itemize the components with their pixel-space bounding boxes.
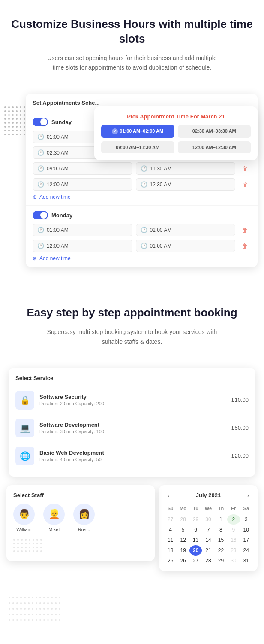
cal-day-1-6[interactable]: 10 <box>240 525 252 535</box>
weekday-Tu: Tu <box>189 504 202 513</box>
services-card: Select Service 🔒 Software Security Durat… <box>9 368 255 477</box>
add-time-sunday[interactable]: ⊕ Add new time <box>33 194 251 200</box>
cal-day-0-3[interactable]: 30 <box>202 514 214 525</box>
end-time-0-3[interactable]: 🕐 12:30 AM <box>136 178 236 191</box>
cal-day-3-1[interactable]: 19 <box>177 545 189 556</box>
cal-day-4-4[interactable]: 29 <box>215 556 227 566</box>
start-time-1-1[interactable]: 🕐 12:00 AM <box>33 240 132 252</box>
toggle-sunday[interactable] <box>33 118 48 126</box>
cal-day-3-2[interactable]: 20 <box>189 545 202 556</box>
calendar-card: ‹ July 2021 › SuMoTuWeThFrSa 27282930123… <box>159 485 258 571</box>
cal-day-2-0[interactable]: 11 <box>164 535 177 545</box>
next-month-button[interactable]: › <box>243 490 252 501</box>
add-time-monday[interactable]: ⊕ Add new time <box>33 255 251 261</box>
time-chip-3[interactable]: 12:00 AM–12:30 AM <box>178 141 251 153</box>
clock-icon-start-0-3: 🕐 <box>37 181 44 188</box>
cal-day-0-6[interactable]: 3 <box>240 514 252 525</box>
cal-day-3-3[interactable]: 21 <box>202 545 214 556</box>
popup-date: March 21 <box>201 113 225 120</box>
cal-day-3-0[interactable]: 18 <box>164 545 177 556</box>
service-price-2: £20.00 <box>231 453 249 459</box>
cal-day-1-2[interactable]: 6 <box>189 525 202 535</box>
clock-icon-start-1-1: 🕐 <box>37 243 44 249</box>
schedule-area: Set Appointments Sche... Pick Appointmen… <box>26 94 258 267</box>
cal-day-0-0[interactable]: 27 <box>164 514 177 525</box>
delete-slot-1-0[interactable]: 🗑 <box>239 224 251 236</box>
clock-icon-start-1-0: 🕐 <box>37 227 44 233</box>
cal-day-4-3[interactable]: 28 <box>202 556 214 566</box>
weekday-Su: Su <box>164 504 177 513</box>
cal-day-3-5[interactable]: 23 <box>227 545 240 556</box>
prev-month-button[interactable]: ‹ <box>164 490 173 501</box>
end-value-0-2: 11:30 AM <box>150 166 172 172</box>
service-item-0[interactable]: 🔒 Software Security Duration: 20 min Cap… <box>15 386 249 414</box>
time-chip-0[interactable]: ✓01:00 AM–02:00 AM <box>101 125 174 138</box>
start-time-0-3[interactable]: 🕐 12:00 AM <box>33 178 132 191</box>
cal-day-1-4[interactable]: 8 <box>215 525 227 535</box>
cal-day-2-4[interactable]: 15 <box>215 535 227 545</box>
weekday-Th: Th <box>215 504 227 513</box>
end-time-0-2[interactable]: 🕐 11:30 AM <box>136 162 236 175</box>
service-item-2[interactable]: 🌐 Basic Web Development Duration: 40 min… <box>15 442 249 470</box>
cal-day-2-5[interactable]: 16 <box>227 535 240 545</box>
end-value-1-0: 02:00 AM <box>150 227 172 233</box>
delete-slot-0-3[interactable]: 🗑 <box>239 179 251 191</box>
start-time-0-2[interactable]: 🕐 09:00 AM <box>33 162 132 175</box>
cal-day-3-4[interactable]: 22 <box>215 545 227 556</box>
cal-day-0-2[interactable]: 29 <box>189 514 202 525</box>
start-value-0-1: 02:30 AM <box>47 150 69 156</box>
cal-day-1-1[interactable]: 5 <box>177 525 189 535</box>
cal-day-1-3[interactable]: 7 <box>202 525 214 535</box>
cal-day-0-5[interactable]: 2 <box>227 514 240 525</box>
services-title: Select Service <box>15 375 249 381</box>
staff-item-2[interactable]: 👩 Rus... <box>73 504 95 532</box>
time-chip-1[interactable]: 02:30 AM–03:30 AM <box>178 125 251 138</box>
cal-day-2-3[interactable]: 14 <box>202 535 214 545</box>
cal-day-4-1[interactable]: 26 <box>177 556 189 566</box>
cal-day-2-6[interactable]: 17 <box>240 535 252 545</box>
staff-item-0[interactable]: 👨 William <box>13 504 35 532</box>
time-row-0-2: 🕐 09:00 AM 🕐 11:30 AM 🗑 <box>33 162 251 175</box>
delete-slot-0-2[interactable]: 🗑 <box>239 163 251 175</box>
cal-day-4-0[interactable]: 25 <box>164 556 177 566</box>
time-row-1-1: 🕐 12:00 AM 🕐 01:00 AM 🗑 <box>33 240 251 252</box>
clock-icon-end-1-0: 🕐 <box>141 227 147 233</box>
section1-description: Users can set opening hours for their bu… <box>46 53 218 73</box>
toggle-monday[interactable] <box>33 211 48 219</box>
cal-day-0-4[interactable]: 1 <box>215 514 227 525</box>
start-value-0-2: 09:00 AM <box>47 166 69 172</box>
cal-day-2-2[interactable]: 13 <box>189 535 202 545</box>
service-meta-2: Duration: 40 min Capacity: 50 <box>39 457 226 462</box>
cal-day-4-5[interactable]: 30 <box>227 556 240 566</box>
bottom-dots <box>0 597 264 632</box>
calendar-days[interactable]: 2728293012345678910111213141516171819202… <box>164 514 252 566</box>
section2-description: Supereasy multi step booking system to b… <box>46 327 218 346</box>
cal-day-4-6[interactable]: 31 <box>240 556 252 566</box>
end-time-1-1[interactable]: 🕐 01:00 AM <box>136 240 236 252</box>
add-icon-sunday: ⊕ <box>33 194 37 200</box>
schedule-card: Set Appointments Sche... Pick Appointmen… <box>26 94 258 267</box>
delete-slot-1-1[interactable]: 🗑 <box>239 240 251 252</box>
weekday-Mo: Mo <box>177 504 189 513</box>
time-chip-2[interactable]: 09:00 AM–11:30 AM <box>101 141 174 153</box>
service-meta-1: Duration: 30 min Capacity: 100 <box>39 429 226 434</box>
time-picker-popup: Pick Appointment Time For March 21 ✓01:0… <box>94 106 258 160</box>
cal-day-1-5[interactable]: 9 <box>227 525 240 535</box>
service-item-1[interactable]: 💻 Software Development Duration: 30 min … <box>15 414 249 442</box>
popup-title-text: Pick Appointment Time For <box>127 113 201 120</box>
end-time-1-0[interactable]: 🕐 02:00 AM <box>136 224 236 236</box>
start-time-1-0[interactable]: 🕐 01:00 AM <box>33 224 132 236</box>
cal-day-3-6[interactable]: 24 <box>240 545 252 556</box>
staff-item-1[interactable]: 👱 Mikel <box>43 504 65 532</box>
start-value-0-0: 01:00 AM <box>47 134 69 140</box>
cal-day-4-2[interactable]: 27 <box>189 556 202 566</box>
weekday-Sa: Sa <box>240 504 252 513</box>
add-time-label-sunday: Add new time <box>39 194 71 200</box>
cal-day-0-1[interactable]: 28 <box>177 514 189 525</box>
time-chips: ✓01:00 AM–02:00 AM02:30 AM–03:30 AM09:00… <box>101 125 251 153</box>
day-header-monday: Monday <box>33 211 251 219</box>
section1-header: Customize Business Hours with multiple t… <box>0 0 264 94</box>
cal-day-1-0[interactable]: 4 <box>164 525 177 535</box>
cal-day-2-1[interactable]: 12 <box>177 535 189 545</box>
staff-name-0: William <box>16 527 31 532</box>
